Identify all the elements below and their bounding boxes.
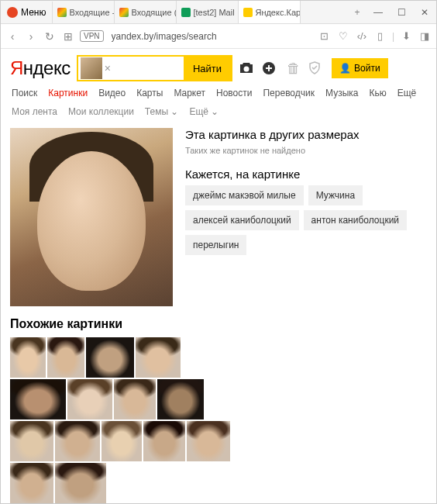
subnav-link[interactable]: Моя лента [12,106,57,117]
similar-grid [10,337,235,503]
camera-search-icon[interactable] [239,62,256,74]
opera-icon [7,7,18,18]
camera-icon[interactable]: ⊡ [318,30,332,42]
bag-icon[interactable]: 🗑 [285,60,302,77]
service-link[interactable]: Маркет [174,88,205,98]
service-link[interactable]: Кью [369,88,386,98]
tab-strip: Входящие -×Входящие (×[test2] Mail×Яндек… [53,1,348,23]
service-link[interactable]: Новости [216,88,252,98]
services-nav: ПоискКартинкиВидеоКартыМаркетНовостиПере… [10,88,427,98]
subnav-link[interactable]: Темы ⌄ [145,106,179,117]
similar-image[interactable] [10,337,46,378]
back-button[interactable]: ‹ [5,30,19,43]
similar-image[interactable] [102,421,142,461]
service-link[interactable]: Поиск [12,88,37,98]
subnav-link[interactable]: Ещё ⌄ [189,106,218,117]
not-found-text: Таких же картинок не найдено [185,146,427,155]
maximize-button[interactable]: ☐ [390,1,413,24]
service-link[interactable]: Ещё [397,88,417,98]
tab-0[interactable]: Входящие -× [53,1,115,23]
service-link[interactable]: Карты [136,88,163,98]
tab-2[interactable]: [test2] Mail× [177,1,239,23]
sheets-icon [181,8,191,17]
shield-icon[interactable] [308,61,325,75]
address-bar-input[interactable] [108,31,313,42]
search-button[interactable]: Найти [184,55,231,81]
plus-icon[interactable] [262,61,279,75]
main-image[interactable] [10,128,173,306]
heart-icon[interactable]: ♡ [336,30,350,42]
user-icon: 👤 [339,63,351,74]
clear-thumbnail-icon[interactable]: × [105,62,111,74]
subnav-link[interactable]: Мои коллекции [68,106,134,117]
looks-like-heading: Кажется, на картинке [185,167,427,181]
similar-image[interactable] [157,379,204,419]
search-input[interactable] [114,63,184,74]
similar-image[interactable] [136,337,181,378]
sizes-heading: Эта картинка в других размерах [185,128,427,141]
suggestion-tag[interactable]: алексей каниболоцкий [185,210,299,230]
similar-image[interactable] [55,421,100,461]
service-link[interactable]: Музыка [325,88,358,98]
tab-1[interactable]: Входящие (× [115,1,177,23]
sub-nav: Моя лентаМои коллекцииТемы ⌄Ещё ⌄ [10,106,427,117]
tab-3[interactable]: Яндекс.Кар× [239,1,301,23]
new-tab-button[interactable]: + [348,7,366,18]
similar-image[interactable] [10,379,66,419]
similar-image[interactable] [67,379,112,419]
home-icon[interactable]: ⊞ [61,30,75,43]
service-link[interactable]: Картинки [48,88,88,98]
service-link[interactable]: Видео [98,88,126,98]
gmail-icon [119,8,129,17]
browser-menu-button[interactable]: Меню [1,2,53,23]
suggestion-tag[interactable]: антон каниболоцкий [304,210,407,230]
download-icon[interactable]: ⬇ [399,30,413,42]
suggestion-tag[interactable]: джеймс макэвой милые [185,185,304,205]
menu-label: Меню [21,7,46,18]
suggestion-tag[interactable]: Мужчина [308,185,363,205]
yandex-icon [243,8,253,17]
similar-image[interactable] [10,463,53,503]
similar-image[interactable] [55,463,106,503]
code-icon[interactable]: ‹/› [355,30,369,42]
tags-container: джеймс макэвой милыеМужчинаалексей каниб… [185,185,427,255]
bookmark-icon[interactable]: ▯ [373,30,387,42]
reload-button[interactable]: ↻ [43,30,57,43]
similar-heading: Похожие картинки [10,317,427,331]
similar-image[interactable] [10,421,53,461]
login-button[interactable]: 👤 Войти [332,58,388,78]
minimize-button[interactable]: — [366,1,390,24]
similar-image[interactable] [86,337,134,378]
forward-button[interactable]: › [24,30,38,43]
search-thumbnail [81,57,102,79]
suggestion-tag[interactable]: перелыгин [185,235,246,255]
service-link[interactable]: Переводчик [263,88,315,98]
similar-image[interactable] [143,421,185,461]
window-controls: — ☐ ✕ [366,1,436,24]
similar-image[interactable] [114,379,156,419]
vpn-badge[interactable]: VPN [80,30,104,42]
yandex-logo[interactable]: Яндекс [10,57,71,79]
sidebar-icon[interactable]: ◨ [418,30,432,42]
close-window-button[interactable]: ✕ [413,1,436,24]
gmail-icon [57,8,67,17]
search-box: × Найти [77,55,232,81]
similar-image[interactable] [187,421,230,461]
svg-point-0 [244,67,249,72]
similar-image[interactable] [47,337,84,378]
